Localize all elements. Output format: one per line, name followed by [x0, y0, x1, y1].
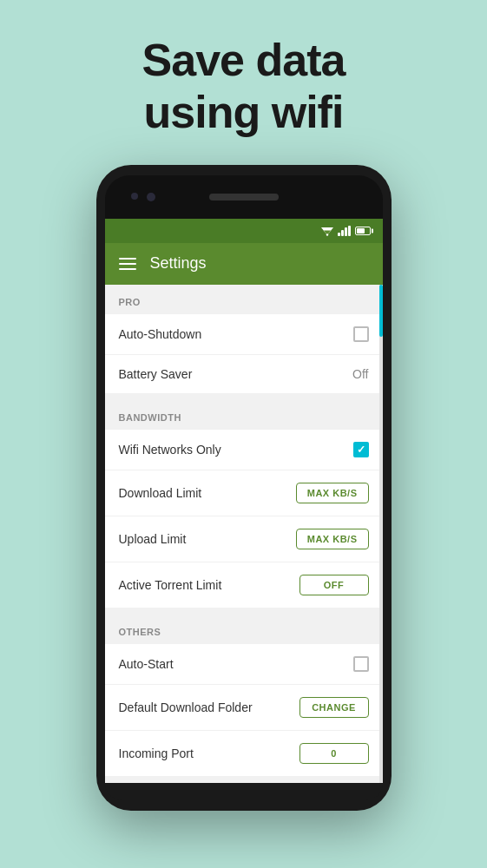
label-default-download-folder: Default Download Folder — [119, 700, 253, 714]
value-battery-saver: Off — [352, 367, 368, 381]
hero-section: Save data using wifi — [0, 0, 487, 165]
row-incoming-port: Incoming Port 0 — [105, 731, 383, 776]
btn-download-limit[interactable]: MAX KB/S — [296, 483, 369, 503]
row-active-torrent-limit: Active Torrent Limit OFF — [105, 562, 383, 608]
row-battery-saver[interactable]: Battery Saver Off — [105, 355, 383, 393]
signal-icon — [338, 226, 351, 236]
checkbox-auto-shutdown[interactable] — [353, 326, 369, 342]
label-incoming-port: Incoming Port — [119, 746, 194, 760]
btn-incoming-port[interactable]: 0 — [299, 743, 369, 764]
toolbar-title: Settings — [150, 254, 207, 273]
label-battery-saver: Battery Saver — [119, 367, 193, 381]
phone-bottom-bezel — [105, 783, 383, 800]
section-bandwidth: BANDWIDTH Wifi Networks Only ✓ Download … — [105, 400, 383, 608]
section-others-header: OTHERS — [105, 615, 383, 644]
hero-line2: using wifi — [144, 87, 344, 137]
checkmark-wifi: ✓ — [357, 444, 365, 456]
camera-dot-1 — [131, 193, 138, 200]
phone-speaker — [209, 194, 279, 201]
label-download-limit: Download Limit — [119, 486, 202, 500]
btn-upload-limit[interactable]: MAX KB/S — [296, 529, 369, 549]
status-bar — [105, 219, 383, 243]
settings-pro-content: Auto-Shutdown Battery Saver Off — [105, 314, 383, 393]
battery-icon — [355, 227, 371, 235]
label-wifi-networks-only: Wifi Networks Only — [119, 443, 221, 457]
settings-bandwidth-content: Wifi Networks Only ✓ Download Limit MAX … — [105, 430, 383, 608]
battery-fill — [357, 228, 365, 233]
section-others: OTHERS Auto-Start Default Download Folde… — [105, 615, 383, 776]
phone-cameras — [131, 193, 155, 201]
section-pro: PRO Auto-Shutdown Battery Saver Off — [105, 285, 383, 393]
app-toolbar: Settings — [105, 243, 383, 285]
wifi-status-icon — [321, 226, 333, 236]
checkbox-auto-start[interactable] — [353, 656, 369, 672]
scroll-thumb — [379, 285, 383, 337]
row-download-limit: Download Limit MAX KB/S — [105, 470, 383, 516]
phone-wrapper: Settings PRO Auto-Shutdown Battery Sav — [0, 165, 487, 811]
row-upload-limit: Upload Limit MAX KB/S — [105, 516, 383, 562]
row-auto-start: Auto-Start — [105, 644, 383, 685]
label-active-torrent-limit: Active Torrent Limit — [119, 578, 222, 592]
checkbox-wifi-networks-only[interactable]: ✓ — [353, 442, 369, 457]
row-wifi-networks-only: Wifi Networks Only ✓ — [105, 430, 383, 470]
phone: Settings PRO Auto-Shutdown Battery Sav — [96, 165, 392, 811]
status-icons — [321, 226, 371, 236]
scroll-indicator — [379, 285, 383, 783]
row-default-download-folder: Default Download Folder CHANGE — [105, 685, 383, 731]
phone-screen: PRO Auto-Shutdown Battery Saver Off BAN — [105, 285, 383, 783]
row-auto-shutdown: Auto-Shutdown — [105, 314, 383, 355]
btn-active-torrent-limit[interactable]: OFF — [299, 575, 369, 595]
hero-line1: Save data — [142, 35, 346, 85]
label-auto-start: Auto-Start — [119, 657, 174, 671]
settings-others-content: Auto-Start Default Download Folder CHANG… — [105, 644, 383, 776]
label-upload-limit: Upload Limit — [119, 532, 187, 546]
phone-top-bezel — [105, 175, 383, 219]
hamburger-menu-button[interactable] — [119, 258, 136, 270]
label-auto-shutdown: Auto-Shutdown — [119, 327, 202, 341]
section-bandwidth-header: BANDWIDTH — [105, 400, 383, 430]
section-pro-header: PRO — [105, 285, 383, 314]
camera-dot-2 — [147, 193, 155, 201]
svg-point-2 — [326, 233, 327, 235]
btn-change-download-folder[interactable]: CHANGE — [299, 697, 369, 718]
